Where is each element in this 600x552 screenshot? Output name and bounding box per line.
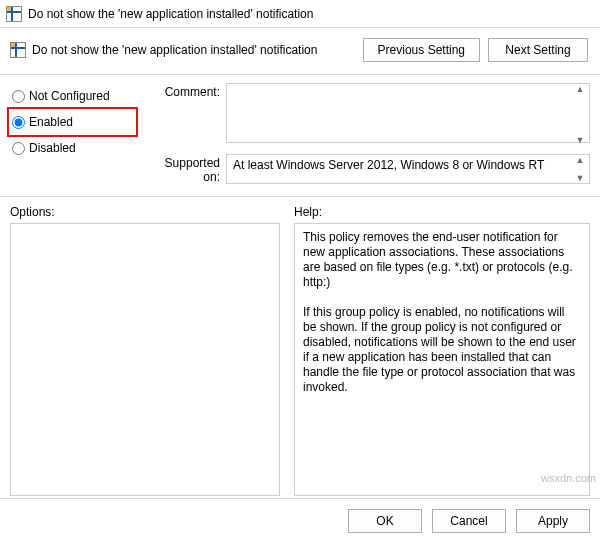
radio-not-configured-input[interactable] bbox=[12, 90, 25, 103]
scroll-up-icon[interactable]: ▲ bbox=[571, 155, 589, 165]
supported-on-label: Supported on: bbox=[146, 154, 226, 184]
radio-not-configured[interactable]: Not Configured bbox=[10, 85, 138, 107]
options-box bbox=[10, 223, 280, 496]
policy-title: Do not show the 'new application install… bbox=[32, 43, 317, 57]
radio-enabled-label: Enabled bbox=[29, 115, 73, 129]
policy-icon bbox=[10, 42, 26, 58]
panels: Options: Help: This policy removes the e… bbox=[0, 196, 600, 498]
scroll-down-icon[interactable]: ▼ bbox=[571, 173, 589, 183]
supported-scroll: ▲ ▼ bbox=[571, 155, 589, 183]
ok-button[interactable]: OK bbox=[348, 509, 422, 533]
window-title: Do not show the 'new application install… bbox=[28, 7, 313, 21]
state-radio-group: Not Configured Enabled Disabled bbox=[10, 83, 138, 192]
scroll-down-icon[interactable]: ▼ bbox=[571, 135, 589, 145]
radio-enabled-input[interactable] bbox=[12, 116, 25, 129]
policy-header: Do not show the 'new application install… bbox=[0, 28, 600, 75]
help-label: Help: bbox=[294, 205, 590, 219]
next-setting-button[interactable]: Next Setting bbox=[488, 38, 588, 62]
nav-buttons: Previous Setting Next Setting bbox=[363, 38, 588, 62]
options-label: Options: bbox=[10, 205, 280, 219]
cancel-button[interactable]: Cancel bbox=[432, 509, 506, 533]
radio-enabled[interactable]: Enabled bbox=[10, 111, 128, 133]
radio-disabled-input[interactable] bbox=[12, 142, 25, 155]
radio-disabled[interactable]: Disabled bbox=[10, 137, 138, 159]
help-paragraph-2: If this group policy is enabled, no noti… bbox=[303, 305, 576, 394]
radio-disabled-label: Disabled bbox=[29, 141, 76, 155]
help-box: This policy removes the end-user notific… bbox=[294, 223, 590, 496]
comment-label: Comment: bbox=[146, 83, 226, 146]
scroll-up-icon[interactable]: ▲ bbox=[571, 84, 589, 94]
previous-setting-button[interactable]: Previous Setting bbox=[363, 38, 480, 62]
title-bar: Do not show the 'new application install… bbox=[0, 0, 600, 28]
help-paragraph-1: This policy removes the end-user notific… bbox=[303, 230, 572, 289]
radio-not-configured-label: Not Configured bbox=[29, 89, 110, 103]
dialog-footer: OK Cancel Apply bbox=[0, 498, 600, 533]
window-icon bbox=[6, 6, 22, 22]
comment-scroll: ▲ ▼ bbox=[571, 84, 589, 145]
config-section: Not Configured Enabled Disabled Comment:… bbox=[0, 75, 600, 196]
comment-textarea[interactable] bbox=[226, 83, 590, 143]
apply-button[interactable]: Apply bbox=[516, 509, 590, 533]
supported-on-value: At least Windows Server 2012, Windows 8 … bbox=[226, 154, 590, 184]
